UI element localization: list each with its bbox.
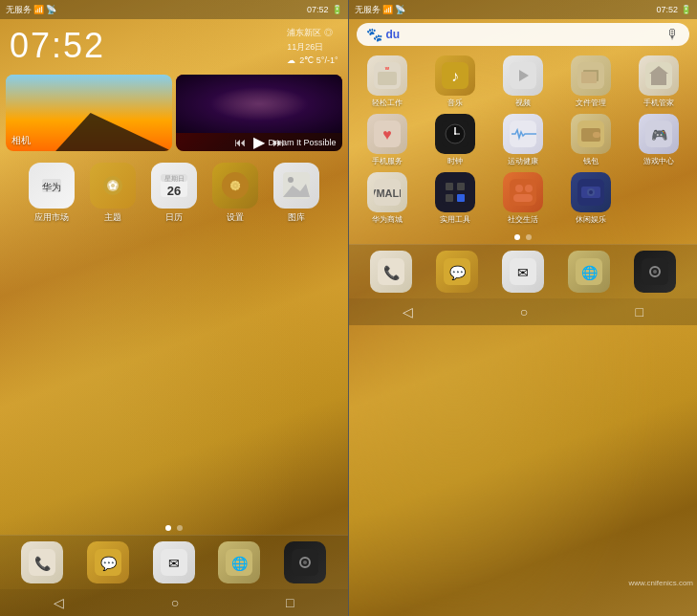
right-status-bar: 无服务 📶 📡 07:52 🔋 (349, 0, 698, 19)
svg-point-77 (653, 270, 657, 274)
dock-phone[interactable]: 📞 (21, 541, 63, 583)
social-label: 社交生活 (508, 214, 538, 225)
app-work[interactable]: w 轻松工作 (357, 55, 419, 108)
clock-label: 时钟 (447, 156, 463, 166)
home-button[interactable]: ○ (171, 595, 179, 610)
svg-rect-58 (457, 194, 465, 202)
calendar-icon: 26 星期日 (151, 163, 197, 209)
app-calendar[interactable]: 26 星期日 日历 (147, 163, 201, 514)
right-recent-button[interactable]: □ (635, 304, 643, 319)
music-r-label: 音乐 (447, 98, 463, 108)
app-gallery[interactable]: 图库 (270, 163, 323, 514)
app-theme[interactable]: ✿ 主题 (86, 163, 140, 514)
app-empty (627, 172, 689, 225)
app-vmall[interactable]: VMALL 华为商城 (357, 172, 419, 225)
tools-icon (435, 172, 475, 212)
svg-point-25 (303, 561, 307, 564)
svg-text:w: w (384, 65, 390, 71)
work-icon: w (367, 55, 407, 96)
wallet-label: 钱包 (583, 156, 599, 166)
temp-info: ☁ 2℃ 5°/-1° (287, 55, 338, 65)
svg-rect-49 (593, 132, 600, 138)
date: 11月26日 (287, 41, 323, 54)
tools-label: 实用工具 (440, 214, 470, 225)
battery-icon: 🔋 (332, 5, 342, 14)
housekeep-label: 手机管家 (643, 98, 674, 108)
right-phone: 无服务 📶 📡 07:52 🔋 🐾 du 🎙 (349, 0, 698, 616)
app-video[interactable]: 视频 (491, 55, 554, 108)
right-dock-phone[interactable]: 📞 (370, 251, 412, 293)
settings-icon: ⚙ (212, 163, 258, 209)
app-phoneservice[interactable]: ♥ 手机服务 (357, 114, 419, 166)
right-app-grid: w 轻松工作 ♪ 音乐 (349, 50, 698, 231)
media-section: 相机 ⏮ ▶ ⏭ Dream It Possible (6, 75, 342, 151)
svg-text:✉: ✉ (517, 265, 529, 280)
music-card[interactable]: ⏮ ▶ ⏭ Dream It Possible (176, 75, 342, 151)
app-social[interactable]: 社交生活 (491, 172, 554, 225)
right-status-right: 07:52 🔋 (656, 5, 691, 14)
app-settings[interactable]: ⚙ 设置 (208, 163, 262, 514)
right-dot-1 (514, 234, 520, 240)
prev-button[interactable]: ⏮ (234, 136, 246, 149)
svg-point-60 (515, 185, 523, 192)
right-dock-camera[interactable] (634, 251, 676, 293)
clock-icon (435, 114, 475, 154)
svg-point-66 (589, 190, 593, 194)
time-display: 07:52 (10, 29, 105, 63)
dock-email[interactable]: ✉ (153, 541, 195, 583)
right-back-button[interactable]: ◁ (403, 304, 413, 319)
theme-label: 主题 (104, 211, 121, 224)
right-home-button[interactable]: ○ (520, 304, 528, 319)
appstore-label: 应用市场 (34, 211, 69, 224)
files-icon (571, 55, 611, 96)
app-files[interactable]: 文件管理 (559, 55, 621, 108)
svg-text:♪: ♪ (451, 68, 459, 84)
svg-text:✉: ✉ (168, 556, 180, 571)
left-status-bar: 无服务 📶 📡 07:52 🔋 (0, 0, 348, 19)
svg-rect-55 (446, 183, 453, 190)
app-gamecenter[interactable]: 🎮 游戏中心 (627, 114, 689, 166)
svg-point-45 (454, 133, 456, 135)
svg-text:✿: ✿ (108, 179, 118, 192)
social-icon (503, 172, 543, 212)
left-phone: 无服务 📶 📡 07:52 🔋 07:52 浦东新区 ◎ 11月26日 ☁ (0, 0, 349, 616)
right-dock-sms[interactable]: 💬 (436, 251, 478, 293)
app-music-r[interactable]: ♪ 音乐 (424, 55, 486, 108)
app-clock[interactable]: 时钟 (424, 114, 486, 166)
right-dock-browser[interactable]: 🌐 (568, 251, 610, 293)
app-entertainment[interactable]: 休闲娱乐 (559, 172, 621, 225)
carrier-text: 无服务 (6, 4, 32, 16)
housekeep-icon (639, 55, 679, 96)
dock-sms[interactable]: 💬 (87, 541, 129, 583)
entertainment-icon (571, 172, 611, 212)
recent-button[interactable]: □ (286, 595, 294, 610)
work-label: 轻松工作 (372, 98, 403, 108)
music-title: Dream It Possible (268, 138, 336, 147)
left-app-grid: 华为 应用市场 ✿ 主题 (0, 155, 348, 521)
svg-point-61 (525, 185, 533, 192)
app-wallet[interactable]: 钱包 (559, 114, 621, 166)
camera-card[interactable]: 相机 (6, 75, 172, 151)
right-dot-2 (526, 234, 532, 240)
baidu-paw-icon: 🐾 (366, 27, 382, 42)
dock-browser[interactable]: 🌐 (218, 541, 260, 583)
music-r-icon: ♪ (435, 55, 475, 96)
app-tools[interactable]: 实用工具 (424, 172, 486, 225)
mic-icon[interactable]: 🎙 (666, 27, 680, 42)
search-bar[interactable]: 🐾 du 🎙 (357, 23, 690, 46)
phoneservice-icon: ♥ (367, 114, 407, 154)
play-button[interactable]: ▶ (253, 133, 265, 151)
phoneservice-label: 手机服务 (372, 156, 403, 166)
app-health[interactable]: 运动健康 (491, 114, 554, 166)
svg-point-13 (288, 177, 294, 183)
app-housekeep[interactable]: 手机管家 (627, 55, 689, 108)
right-dock-email[interactable]: ✉ (502, 251, 544, 293)
dock-camera[interactable] (284, 541, 326, 583)
dot-1 (165, 525, 171, 531)
svg-text:💬: 💬 (448, 265, 466, 281)
svg-rect-35 (581, 72, 597, 83)
vmall-label: 华为商城 (372, 214, 403, 225)
svg-text:26: 26 (167, 184, 181, 198)
app-appstore[interactable]: 华为 应用市场 (25, 163, 78, 514)
back-button[interactable]: ◁ (54, 595, 64, 610)
